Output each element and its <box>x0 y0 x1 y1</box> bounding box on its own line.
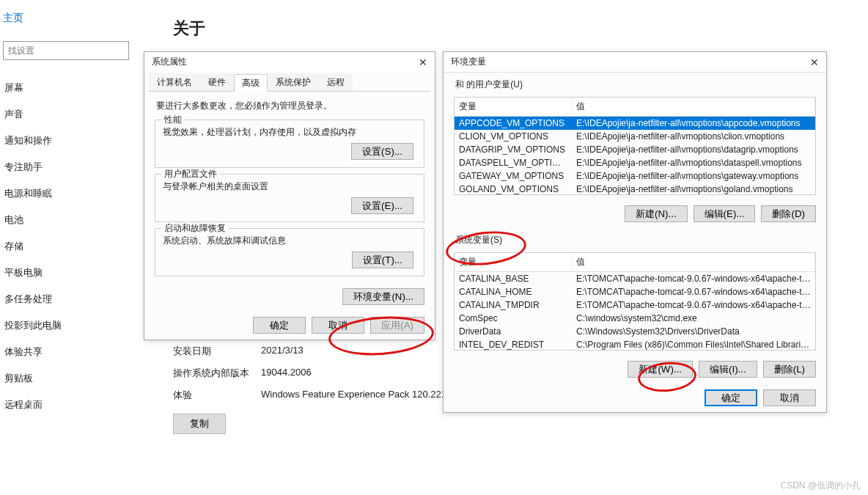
tab[interactable]: 高级 <box>234 74 268 92</box>
nav-item[interactable]: 远程桌面 <box>0 392 147 418</box>
dialog-title: 环境变量 <box>451 56 486 68</box>
search-input[interactable] <box>3 41 129 60</box>
profile-settings-button[interactable]: 设置(E)... <box>351 197 413 214</box>
tab[interactable]: 远程 <box>319 73 353 91</box>
nav-item[interactable]: 电池 <box>0 207 147 233</box>
col-var[interactable]: 变量 <box>455 253 572 271</box>
nav-item[interactable]: 声音 <box>0 101 147 128</box>
cell-var: CATALINA_BASE <box>455 273 572 285</box>
sys-vars-header: 系统变量(S) <box>444 228 826 248</box>
info-value: 2021/3/13 <box>261 345 304 358</box>
cell-val: E:\TOMCAT\apache-tomcat-9.0.67-windows-x… <box>572 299 815 311</box>
dialog-title: 系统属性 <box>152 56 187 68</box>
cell-val: E:\TOMCAT\apache-tomcat-9.0.67-windows-x… <box>572 273 815 285</box>
startup-settings-button[interactable]: 设置(T)... <box>352 252 413 268</box>
startup-group: 启动和故障恢复 系统启动、系统故障和调试信息 设置(T)... <box>155 228 424 276</box>
table-row[interactable]: ComSpecC:\windows\system32\cmd.exe <box>455 312 815 325</box>
copy-button[interactable]: 复制 <box>173 414 226 434</box>
admin-note: 要进行大多数更改，您必须作为管理员登录。 <box>144 92 435 114</box>
cell-val: E:\IDEApojie\ja-netfilter-all\vmoptions\… <box>572 144 815 155</box>
info-value: 19044.2006 <box>261 367 312 380</box>
tab[interactable]: 硬件 <box>200 73 234 91</box>
table-row[interactable]: DATASPELL_VM_OPTIONSE:\IDEApojie\ja-netf… <box>455 156 815 169</box>
cell-var: DATAGRIP_VM_OPTIONS <box>455 144 572 155</box>
cell-val: C:\Program Files (x86)\Common Files\Inte… <box>572 339 815 350</box>
group-text: 视觉效果，处理器计划，内存使用，以及虚拟内存 <box>163 126 416 139</box>
nav-item[interactable]: 通知和操作 <box>0 128 147 154</box>
cell-val: E:\IDEApojie\ja-netfilter-all\vmoptions\… <box>572 157 815 169</box>
perf-settings-button[interactable]: 设置(S)... <box>351 143 413 160</box>
cell-val: E:\IDEApojie\ja-netfilter-all\vmoptions\… <box>572 183 815 194</box>
cell-val: E:\IDEApojie\ja-netfilter-all\vmoptions\… <box>572 170 815 182</box>
col-val[interactable]: 值 <box>572 98 815 116</box>
cell-var: CLION_VM_OPTIONS <box>455 131 572 142</box>
cell-var: DriverData <box>455 326 572 337</box>
table-row[interactable]: APPCODE_VM_OPTIONSE:\IDEApojie\ja-netfil… <box>455 117 815 130</box>
info-label: 操作系统内部版本 <box>173 367 261 380</box>
sys-vars-table[interactable]: 变量值 CATALINA_BASEE:\TOMCAT\apache-tomcat… <box>454 252 816 351</box>
cell-val: C:\windows\system32\cmd.exe <box>572 312 815 324</box>
cell-var: CATALINA_HOME <box>455 286 572 298</box>
profile-group: 用户配置文件 与登录帐户相关的桌面设置 设置(E)... <box>155 174 424 222</box>
col-val[interactable]: 值 <box>572 253 815 271</box>
user-new-button[interactable]: 新建(N)... <box>625 205 688 222</box>
sys-new-button[interactable]: 新建(W)... <box>628 361 693 378</box>
cell-var: APPCODE_VM_OPTIONS <box>455 117 572 129</box>
cell-val: E:\TOMCAT\apache-tomcat-9.0.67-windows-x… <box>572 286 815 298</box>
env-vars-dialog: 环境变量 ✕ 和 的用户变量(U) 变量值 APPCODE_VM_OPTIONS… <box>443 51 827 413</box>
close-icon[interactable]: ✕ <box>419 56 427 68</box>
nav-item[interactable]: 平板电脑 <box>0 260 147 286</box>
ok-button[interactable]: 确定 <box>253 317 306 334</box>
home-link[interactable]: 主页 <box>0 7 147 38</box>
table-row[interactable]: CATALINA_TMPDIRE:\TOMCAT\apache-tomcat-9… <box>455 298 815 312</box>
user-vars-table[interactable]: 变量值 APPCODE_VM_OPTIONSE:\IDEApojie\ja-ne… <box>454 97 816 195</box>
table-row[interactable]: GATEWAY_VM_OPTIONSE:\IDEApojie\ja-netfil… <box>455 169 815 183</box>
nav-item[interactable]: 专注助手 <box>0 154 147 180</box>
table-row[interactable]: CLION_VM_OPTIONSE:\IDEApojie\ja-netfilte… <box>455 130 815 143</box>
cell-var: DATASPELL_VM_OPTIONS <box>455 157 572 169</box>
nav-item[interactable]: 多任务处理 <box>0 286 147 312</box>
cell-var: CATALINA_TMPDIR <box>455 299 572 311</box>
group-text: 系统启动、系统故障和调试信息 <box>163 235 416 247</box>
system-properties-dialog: 系统属性 ✕ 计算机名硬件高级系统保护远程 要进行大多数更改，您必须作为管理员登… <box>144 51 435 340</box>
group-title: 用户配置文件 <box>161 168 220 180</box>
cancel-button[interactable]: 取消 <box>312 317 364 334</box>
cancel-button[interactable]: 取消 <box>763 389 816 406</box>
table-row[interactable]: CATALINA_HOMEE:\TOMCAT\apache-tomcat-9.0… <box>455 285 815 298</box>
watermark: CSDN @低调的小孔 <box>780 480 861 492</box>
tab[interactable]: 计算机名 <box>149 73 200 91</box>
nav-item[interactable]: 投影到此电脑 <box>0 312 147 339</box>
nav-item[interactable]: 屏幕 <box>0 75 147 101</box>
table-row[interactable]: GOLAND_VM_OPTIONSE:\IDEApojie\ja-netfilt… <box>455 183 815 194</box>
info-label: 安装日期 <box>173 345 261 358</box>
settings-sidebar: 主页 屏幕声音通知和操作专注助手电源和睡眠电池存储平板电脑多任务处理投影到此电脑… <box>0 0 147 495</box>
nav-item[interactable]: 体验共享 <box>0 339 147 365</box>
cell-var: GATEWAY_VM_OPTIONS <box>455 170 572 182</box>
page-title: 关于 <box>173 18 842 40</box>
table-row[interactable]: DriverDataC:\Windows\System32\Drivers\Dr… <box>455 325 815 338</box>
table-row[interactable]: DATAGRIP_VM_OPTIONSE:\IDEApojie\ja-netfi… <box>455 143 815 156</box>
cell-var: INTEL_DEV_REDIST <box>455 339 572 350</box>
user-delete-button[interactable]: 删除(D) <box>761 205 816 222</box>
close-icon[interactable]: ✕ <box>810 56 819 68</box>
ok-button[interactable]: 确定 <box>705 389 757 406</box>
search-box <box>3 41 144 60</box>
table-row[interactable]: INTEL_DEV_REDISTC:\Program Files (x86)\C… <box>455 338 815 350</box>
tab[interactable]: 系统保护 <box>268 73 319 91</box>
nav-item[interactable]: 电源和睡眠 <box>0 180 147 207</box>
table-row[interactable]: CATALINA_BASEE:\TOMCAT\apache-tomcat-9.0… <box>455 272 815 285</box>
performance-group: 性能 视觉效果，处理器计划，内存使用，以及虚拟内存 设置(S)... <box>155 120 424 168</box>
env-vars-button[interactable]: 环境变量(N)... <box>342 288 424 305</box>
cell-val: C:\Windows\System32\Drivers\DriverData <box>572 326 815 337</box>
nav-item[interactable]: 存储 <box>0 233 147 260</box>
group-title: 启动和故障恢复 <box>161 222 229 235</box>
col-var[interactable]: 变量 <box>455 98 572 116</box>
sys-edit-button[interactable]: 编辑(I)... <box>699 361 757 378</box>
apply-button[interactable]: 应用(A) <box>370 317 424 334</box>
user-edit-button[interactable]: 编辑(E)... <box>694 205 756 222</box>
sys-delete-button[interactable]: 删除(L) <box>763 361 816 378</box>
group-title: 性能 <box>161 114 185 126</box>
group-text: 与登录帐户相关的桌面设置 <box>163 180 416 193</box>
nav-item[interactable]: 剪贴板 <box>0 365 147 392</box>
cell-var: GOLAND_VM_OPTIONS <box>455 183 572 194</box>
